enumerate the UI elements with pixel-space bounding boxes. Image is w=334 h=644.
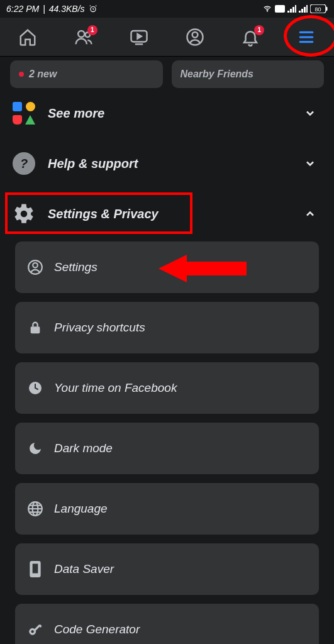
nav-notifications[interactable]: 1 xyxy=(231,28,269,47)
subitem-label: Language xyxy=(54,502,108,516)
subitem-data-saver[interactable]: Data Saver xyxy=(15,543,319,595)
svg-marker-17 xyxy=(159,255,247,282)
red-dot-icon xyxy=(19,72,24,77)
hamburger-icon xyxy=(297,29,316,45)
status-right-icons: 80 xyxy=(262,4,328,13)
lock-icon xyxy=(26,319,44,336)
profile-icon xyxy=(186,28,204,47)
notif-badge: 1 xyxy=(254,25,264,35)
help-icon: ? xyxy=(13,152,35,175)
svg-point-26 xyxy=(31,630,34,633)
subitem-privacy-shortcuts[interactable]: Privacy shortcuts xyxy=(15,302,319,353)
profile-circle-icon xyxy=(26,259,44,275)
svg-rect-24 xyxy=(32,563,39,574)
globe-icon xyxy=(26,501,44,517)
svg-point-16 xyxy=(33,263,38,268)
chevron-down-icon xyxy=(304,107,316,119)
gear-icon xyxy=(13,203,35,225)
nav-menu[interactable] xyxy=(287,29,325,45)
svg-rect-4 xyxy=(326,7,328,11)
menu-help-support[interactable]: ? Help & support xyxy=(0,138,334,189)
nav-friends[interactable]: 1 xyxy=(65,28,103,47)
nav-profile[interactable] xyxy=(176,28,214,47)
battery-icon: 80 xyxy=(310,4,328,13)
settings-privacy-subitems: Settings Privacy shortcuts Your time on … xyxy=(0,242,334,644)
card-new-label: 2 new xyxy=(29,69,57,80)
svg-point-6 xyxy=(78,31,84,37)
subitem-label: Settings xyxy=(54,260,97,274)
see-more-icon xyxy=(13,102,35,125)
shortcut-cards-row: 2 new Nearby Friends xyxy=(0,60,334,88)
card-nearby-label: Nearby Friends xyxy=(181,69,253,80)
subitem-label: Dark mode xyxy=(54,441,113,455)
settings-privacy-label: Settings & Privacy xyxy=(48,207,159,221)
chevron-up-icon xyxy=(304,208,316,220)
volte-icon xyxy=(275,5,285,13)
subitem-label: Your time on Facebook xyxy=(54,381,177,395)
alarm-icon xyxy=(89,4,97,13)
top-nav: 1 1 xyxy=(0,18,334,57)
svg-rect-18 xyxy=(31,326,40,333)
subitem-label: Privacy shortcuts xyxy=(54,321,145,335)
friends-badge: 1 xyxy=(87,25,97,35)
svg-rect-2 xyxy=(275,5,285,13)
svg-text:80: 80 xyxy=(315,6,321,13)
status-bar: 6:22 PM | 44.3KB/s 80 xyxy=(0,0,334,18)
annotation-arrow xyxy=(159,253,247,284)
subitem-language[interactable]: Language xyxy=(15,483,319,535)
subitem-label: Data Saver xyxy=(54,562,114,576)
svg-point-1 xyxy=(267,11,267,11)
watch-icon xyxy=(129,28,149,47)
status-net-speed: 44.3KB/s xyxy=(49,4,85,14)
status-time: 6:22 PM xyxy=(6,4,39,14)
phone-icon xyxy=(26,561,44,577)
moon-icon xyxy=(26,441,44,456)
subitem-code-generator[interactable]: Code Generator xyxy=(15,604,319,644)
nav-watch[interactable] xyxy=(120,28,158,47)
home-icon xyxy=(18,28,37,47)
card-nearby-friends[interactable]: Nearby Friends xyxy=(172,60,325,88)
subitem-dark-mode[interactable]: Dark mode xyxy=(15,423,319,474)
svg-point-11 xyxy=(192,31,198,37)
subitem-your-time[interactable]: Your time on Facebook xyxy=(15,362,319,414)
card-new-activity[interactable]: 2 new xyxy=(10,60,163,88)
see-more-label: See more xyxy=(48,106,104,121)
wifi-icon xyxy=(262,4,272,13)
menu-settings-privacy[interactable]: Settings & Privacy xyxy=(0,189,334,239)
menu-see-more[interactable]: See more xyxy=(0,88,334,138)
key-icon xyxy=(26,621,44,638)
subitem-settings[interactable]: Settings xyxy=(15,242,319,293)
nav-home[interactable] xyxy=(9,28,47,47)
subitem-label: Code Generator xyxy=(54,623,140,636)
signal-1-icon xyxy=(287,5,296,13)
chevron-down-icon xyxy=(304,157,316,170)
help-label: Help & support xyxy=(48,157,138,171)
signal-2-icon xyxy=(299,5,308,13)
clock-icon xyxy=(26,380,44,396)
